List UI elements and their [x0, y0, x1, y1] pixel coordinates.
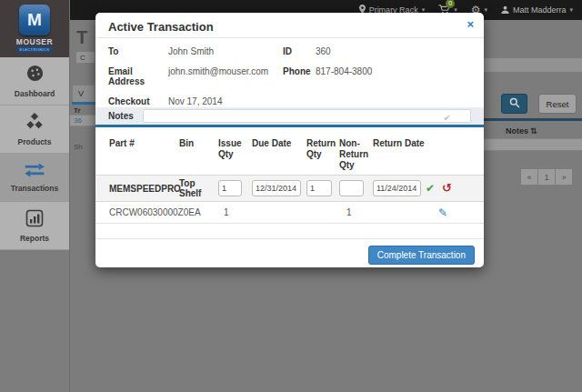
col-bin: Bin: [179, 138, 218, 149]
to-value: John Smith: [168, 46, 283, 56]
bin-value: Top Shelf: [179, 178, 218, 198]
tab-fragment[interactable]: V: [72, 85, 95, 102]
part-number: CRCW06030000Z0EA: [109, 207, 179, 217]
part-number: MEMSPEEDPRO: [109, 184, 179, 194]
transaction-parts-table: Part # Bin Issue Qty Due Date Return Qty…: [95, 133, 484, 224]
table-top-border: [484, 118, 582, 121]
active-transaction-modal: Active Transaction × To John Smith ID 36…: [95, 13, 484, 267]
notes-column-header[interactable]: Notes ⇅: [506, 126, 537, 136]
id-label: ID: [283, 46, 316, 56]
phone-label: Phone: [283, 66, 316, 86]
col-due-date: Due Date: [252, 138, 306, 149]
showing-text-fragment: Sh: [74, 143, 83, 151]
return-qty-input[interactable]: [306, 180, 332, 196]
cart-count-badge: 0: [446, 0, 455, 8]
logo-name: MOUSER: [16, 37, 53, 46]
transaction-info: To John Smith ID 360 Email Address john.…: [108, 46, 471, 106]
non-return-qty-value: 1: [339, 207, 373, 217]
sort-icon: ⇅: [530, 126, 537, 136]
col-part: Part #: [109, 138, 179, 149]
user-name: Matt Madderra: [513, 5, 567, 15]
logo-subname: ELECTRONICS: [17, 46, 53, 53]
products-icon: [25, 113, 45, 135]
chevron-down-icon: ▾: [569, 6, 573, 14]
pagination-next-button[interactable]: »: [555, 168, 573, 186]
col-issue-qty: Issue Qty: [218, 138, 252, 160]
notes-check-icon: ✔: [444, 113, 451, 123]
return-date-input[interactable]: [373, 180, 421, 196]
undo-icon[interactable]: ↺: [442, 182, 452, 195]
pagination-page-1-button[interactable]: 1: [537, 168, 556, 186]
issue-qty-value: 1: [218, 207, 252, 217]
mouser-monogram: M: [19, 5, 50, 35]
sidebar-item-reports[interactable]: Reports: [0, 202, 69, 250]
reset-button[interactable]: Reset: [538, 94, 577, 114]
user-menu[interactable]: Matt Madderra ▾: [501, 5, 573, 15]
sidebar-item-label: Transactions: [11, 184, 58, 193]
col-return-date: Return Date: [373, 138, 426, 149]
issue-qty-input[interactable]: [218, 180, 242, 196]
column-header-fragment: Tr: [74, 106, 81, 115]
table-accent-divider: [95, 125, 484, 127]
pagination: « 1 »: [521, 168, 573, 186]
page-title-fragment: T: [76, 27, 87, 48]
sidebar-item-transactions[interactable]: Transactions: [0, 154, 69, 202]
checkout-button-fragment[interactable]: C: [75, 51, 95, 64]
col-return-qty: Return Qty: [306, 138, 339, 160]
due-date-input[interactable]: [252, 180, 301, 196]
non-return-qty-input[interactable]: [339, 180, 364, 196]
sidebar-item-products[interactable]: Products: [0, 106, 69, 154]
modal-header: Active Transaction ×: [95, 13, 484, 38]
user-icon: [501, 5, 509, 15]
sidebar-item-label: Reports: [20, 234, 49, 243]
phone-value: 817-804-3800: [316, 66, 471, 86]
sidebar-item-label: Products: [18, 137, 52, 146]
checkout-value: Nov 17, 2014: [168, 96, 283, 106]
search-button[interactable]: [501, 94, 527, 114]
notes-label: Notes: [108, 111, 134, 121]
reports-icon: [25, 209, 44, 231]
active-tab-underline: [72, 102, 95, 105]
transactions-icon: [23, 163, 46, 181]
table-row-fragment: [484, 138, 582, 151]
mouser-logo[interactable]: M MOUSER ELECTRONICS: [0, 0, 69, 57]
close-icon[interactable]: ×: [467, 18, 474, 30]
notes-column-label: Notes: [506, 126, 528, 136]
to-label: To: [108, 46, 168, 56]
email-value: john.smith@mouser.com: [168, 66, 283, 86]
sidebar: M MOUSER ELECTRONICS Dashboard Products …: [0, 0, 70, 392]
panel-heading-fragment: [484, 58, 582, 73]
pagination-prev-button[interactable]: «: [520, 168, 538, 186]
id-value: 360: [316, 46, 471, 56]
email-label: Email Address: [108, 66, 168, 86]
checkout-label: Checkout: [108, 96, 168, 106]
table-row: CRCW06030000Z0EA 1 1 ✎: [95, 202, 484, 224]
notes-bar: Notes ✔: [95, 107, 484, 125]
notes-input[interactable]: [143, 109, 471, 123]
modal-title: Active Transaction: [108, 20, 214, 34]
sidebar-item-dashboard[interactable]: Dashboard: [0, 57, 69, 106]
sidebar-item-label: Dashboard: [15, 89, 55, 98]
row-id-fragment[interactable]: 36: [74, 116, 82, 125]
complete-transaction-button[interactable]: Complete Transaction: [368, 246, 475, 265]
confirm-check-icon[interactable]: ✔: [426, 182, 435, 195]
edit-pencil-icon[interactable]: ✎: [438, 206, 447, 219]
dashboard-icon: [25, 64, 45, 86]
modal-footer: Complete Transaction: [95, 238, 484, 267]
chevron-down-icon: ▾: [484, 6, 487, 14]
table-row-editing: MEMSPEEDPRO Top Shelf ✔ ↺: [95, 175, 484, 202]
col-non-return-qty: Non-Return Qty: [339, 138, 373, 171]
search-icon: [509, 95, 520, 112]
table-header-row: Part # Bin Issue Qty Due Date Return Qty…: [95, 133, 484, 175]
